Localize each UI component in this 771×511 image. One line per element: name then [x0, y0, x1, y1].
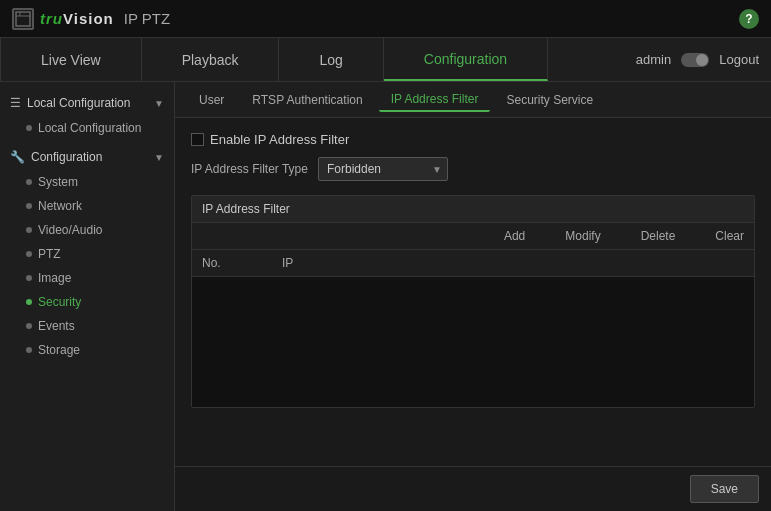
filter-type-label: IP Address Filter Type — [191, 162, 308, 176]
logout-toggle[interactable] — [681, 53, 709, 67]
ip-table-header: No. IP — [192, 250, 754, 277]
sidebar-header-configuration[interactable]: 🔧 Configuration ▼ — [0, 144, 174, 170]
ip-filter-actions: Add Modify Delete Clear — [192, 223, 754, 250]
sidebar-item-image[interactable]: Image — [0, 266, 174, 290]
dot-system — [26, 179, 32, 185]
ip-table-body — [192, 277, 754, 407]
modify-button[interactable]: Modify — [565, 229, 600, 243]
content-area: User RTSP Authentication IP Address Filt… — [175, 82, 771, 511]
dot-security — [26, 299, 32, 305]
local-config-icon: ☰ — [10, 96, 21, 110]
dot-storage — [26, 347, 32, 353]
svg-rect-0 — [16, 12, 30, 26]
sidebar-label-local-configuration: Local Configuration — [27, 96, 130, 110]
table-empty-row — [192, 277, 754, 407]
nav-tabs: Live View Playback Log Configuration adm… — [0, 38, 771, 82]
sidebar: ☰ Local Configuration ▼ Local Configurat… — [0, 82, 175, 511]
config-icon: 🔧 — [10, 150, 25, 164]
sidebar-item-video-audio[interactable]: Video/Audio — [0, 218, 174, 242]
toggle-track — [681, 53, 709, 67]
delete-button[interactable]: Delete — [641, 229, 676, 243]
ip-filter-section: IP Address Filter Add Modify Delete Clea… — [191, 195, 755, 408]
col-no: No. — [192, 250, 272, 277]
main-layout: ☰ Local Configuration ▼ Local Configurat… — [0, 82, 771, 511]
dot-local-configuration-sub — [26, 125, 32, 131]
toggle-thumb — [696, 54, 708, 66]
sub-tab-rtsp-auth[interactable]: RTSP Authentication — [240, 89, 374, 111]
sidebar-item-storage[interactable]: Storage — [0, 338, 174, 362]
clear-button[interactable]: Clear — [715, 229, 744, 243]
filter-type-select[interactable]: Forbidden Allowed — [318, 157, 448, 181]
enable-checkbox-row: Enable IP Address Filter — [191, 132, 755, 147]
logo-area: truVision IP PTZ — [12, 8, 170, 30]
footer-area: Save — [175, 466, 771, 511]
sidebar-header-local-configuration[interactable]: ☰ Local Configuration ▼ — [0, 90, 174, 116]
nav-right: admin Logout — [636, 38, 771, 81]
ip-filter-section-title: IP Address Filter — [192, 196, 754, 223]
logout-label[interactable]: Logout — [719, 52, 759, 67]
table-header-row: No. IP — [192, 250, 754, 277]
logo-subtitle: IP PTZ — [124, 10, 170, 27]
sidebar-item-network[interactable]: Network — [0, 194, 174, 218]
chevron-down-icon: ▼ — [154, 98, 164, 109]
col-ip: IP — [272, 250, 754, 277]
sub-tab-ip-address-filter[interactable]: IP Address Filter — [379, 88, 491, 112]
sidebar-item-ptz[interactable]: PTZ — [0, 242, 174, 266]
sidebar-item-events[interactable]: Events — [0, 314, 174, 338]
help-button[interactable]: ? — [739, 9, 759, 29]
header: truVision IP PTZ ? — [0, 0, 771, 38]
tab-live-view[interactable]: Live View — [0, 38, 142, 81]
enable-ip-filter-label: Enable IP Address Filter — [210, 132, 349, 147]
sidebar-section-configuration: 🔧 Configuration ▼ System Network Video/A… — [0, 144, 174, 362]
dot-events — [26, 323, 32, 329]
logo-text: truVision — [40, 10, 114, 27]
header-right: ? — [739, 9, 759, 29]
content-wrapper: User RTSP Authentication IP Address Filt… — [175, 82, 771, 511]
tab-configuration[interactable]: Configuration — [384, 38, 548, 81]
add-button[interactable]: Add — [504, 229, 525, 243]
table-empty-cell — [192, 277, 754, 407]
sidebar-section-local: ☰ Local Configuration ▼ Local Configurat… — [0, 90, 174, 140]
sidebar-item-security[interactable]: Security — [0, 290, 174, 314]
dot-ptz — [26, 251, 32, 257]
ip-address-table: No. IP — [192, 250, 754, 407]
enable-ip-filter-checkbox[interactable] — [191, 133, 204, 146]
username-label: admin — [636, 52, 671, 67]
sidebar-label-configuration: Configuration — [31, 150, 102, 164]
sub-tab-security-service[interactable]: Security Service — [494, 89, 605, 111]
sidebar-item-system[interactable]: System — [0, 170, 174, 194]
tab-log[interactable]: Log — [279, 38, 383, 81]
logo-icon — [12, 8, 34, 30]
dot-video-audio — [26, 227, 32, 233]
save-button[interactable]: Save — [690, 475, 759, 503]
sidebar-item-local-configuration-sub[interactable]: Local Configuration — [0, 116, 174, 140]
dot-image — [26, 275, 32, 281]
sub-tab-user[interactable]: User — [187, 89, 236, 111]
chevron-down-icon-2: ▼ — [154, 152, 164, 163]
content-inner: Enable IP Address Filter IP Address Filt… — [175, 118, 771, 452]
tab-playback[interactable]: Playback — [142, 38, 280, 81]
filter-type-row: IP Address Filter Type Forbidden Allowed… — [191, 157, 755, 181]
filter-type-select-wrapper: Forbidden Allowed ▼ — [318, 157, 448, 181]
dot-network — [26, 203, 32, 209]
sub-tabs: User RTSP Authentication IP Address Filt… — [175, 82, 771, 118]
